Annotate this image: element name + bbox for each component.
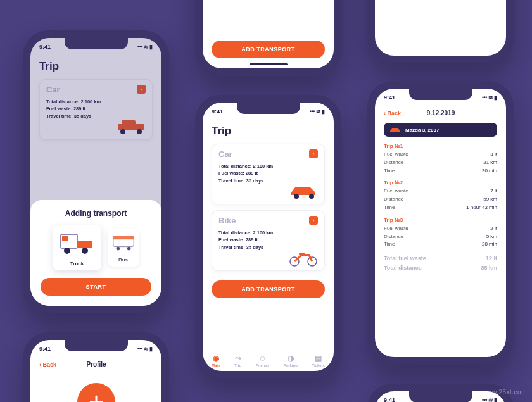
trip-summary: Trip №3 Fuel waste2 lt Distance5 km Time… (384, 217, 497, 249)
add-transport-button[interactable]: ADD TRANSPORT (212, 41, 325, 58)
status-indicators: ••• ≋ ▮ (137, 346, 153, 352)
route-icon: ⤳ (234, 354, 241, 363)
nav-trip[interactable]: ⤳Trip (234, 354, 241, 367)
status-time: 9:41 (212, 108, 223, 115)
ticket-icon: ▤ (312, 354, 325, 363)
status-time: 9:41 (39, 44, 51, 50)
start-button[interactable]: START (41, 278, 151, 296)
svg-point-8 (82, 248, 88, 254)
nav-parking[interactable]: ◑Parking (284, 354, 298, 367)
svg-rect-10 (113, 236, 133, 240)
trip-summary: Trip №2 Fuel waste7 lt Distance59 km Tim… (384, 180, 497, 211)
car-icon (389, 126, 402, 134)
page-title: 9.12.2019 (427, 110, 455, 116)
status-indicators: ••• ≋ ▮ (482, 94, 497, 101)
svg-rect-17 (299, 253, 305, 256)
friends-icon: ☺ (256, 354, 270, 363)
home-icon: ◉ (212, 354, 220, 363)
bottom-nav: ◉Main ⤳Trip ☺Friends ◑Parking ▤Tickets (212, 354, 325, 367)
vehicle-label: Truck (57, 261, 98, 267)
vehicle-label: Bus (111, 257, 136, 263)
status-indicators: ••• ≋ ▮ (310, 108, 325, 115)
bike-icon (288, 249, 319, 267)
svg-rect-6 (77, 241, 92, 248)
parking-icon: ◑ (284, 354, 298, 363)
svg-rect-5 (62, 236, 68, 241)
card-stats: Total distance: 2 100 km Fuel waste: 289… (218, 163, 318, 184)
trip-card-bike[interactable]: Bike › Total distance: 2 100 km Fuel was… (212, 210, 325, 271)
car-icon (288, 182, 319, 200)
sheet-title: Adding transport (41, 209, 151, 218)
truck-icon (57, 229, 98, 256)
trip-card-car[interactable]: Car › Total distance: 2 100 km Fuel wast… (212, 144, 325, 204)
nav-friends[interactable]: ☺Friends (256, 354, 270, 367)
nav-main[interactable]: ◉Main (212, 354, 220, 367)
chevron-right-icon[interactable]: › (309, 216, 318, 225)
totals: Total fuel waste12 lt Total distance85 k… (384, 254, 497, 272)
page-title: Profile (86, 361, 106, 368)
home-indicator (250, 63, 288, 65)
card-title: Car (218, 149, 318, 159)
page-title: Trip (212, 125, 325, 137)
status-time: 9:41 (384, 397, 395, 402)
svg-point-7 (64, 248, 70, 254)
status-time: 9:41 (384, 94, 395, 101)
chevron-right-icon[interactable]: › (309, 149, 318, 158)
add-transport-sheet: Adding transport Truck Bus START (30, 200, 162, 306)
svg-point-12 (127, 247, 130, 251)
status-indicators: ••• ≋ ▮ (137, 44, 153, 50)
plus-icon (88, 394, 104, 402)
bus-icon (111, 233, 136, 252)
vehicle-pill[interactable]: Mazda 3, 2007 (384, 123, 497, 137)
svg-point-11 (116, 247, 120, 251)
svg-point-13 (294, 194, 299, 199)
status-indicators: ••• ≋ ▮ (482, 397, 497, 402)
add-transport-button[interactable]: ADD TRANSPORT (212, 280, 325, 298)
back-button[interactable]: ‹ Back (384, 110, 401, 116)
card-stats: Total distance: 2 100 km Fuel waste: 289… (218, 229, 318, 251)
back-button[interactable]: ‹ Back (39, 361, 56, 368)
trip-summary: Trip №1 Fuel waste3 lt Distance21 km Tim… (384, 143, 497, 175)
avatar[interactable] (77, 383, 115, 402)
card-title: Bike (218, 216, 318, 225)
vehicle-option-truck[interactable]: Truck (53, 225, 101, 270)
nav-tickets[interactable]: ▤Tickets (312, 354, 325, 367)
status-time: 9:41 (39, 346, 51, 352)
svg-point-14 (309, 194, 314, 199)
vehicle-option-bus[interactable]: Bus (108, 229, 139, 267)
